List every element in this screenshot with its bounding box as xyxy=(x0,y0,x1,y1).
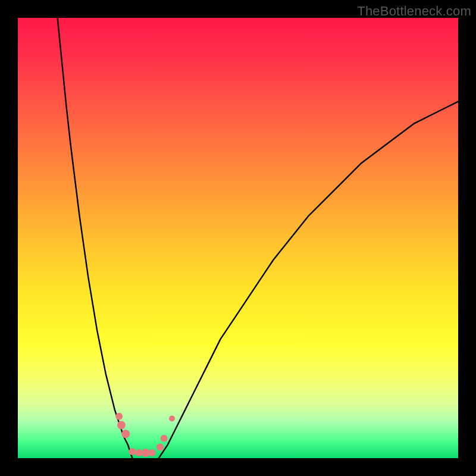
watermark-text: TheBottleneck.com xyxy=(357,4,471,19)
data-marker xyxy=(156,444,164,451)
gradient-background xyxy=(18,18,458,458)
bottleneck-chart xyxy=(18,18,458,458)
data-marker xyxy=(142,449,150,457)
data-marker xyxy=(149,449,156,456)
plot-area xyxy=(18,18,458,458)
data-marker xyxy=(115,413,123,420)
data-marker xyxy=(169,415,175,421)
chart-frame: TheBottleneck.com xyxy=(0,0,476,476)
data-marker xyxy=(121,430,130,438)
data-marker xyxy=(117,421,126,430)
data-marker xyxy=(129,448,136,455)
data-marker xyxy=(161,435,168,442)
